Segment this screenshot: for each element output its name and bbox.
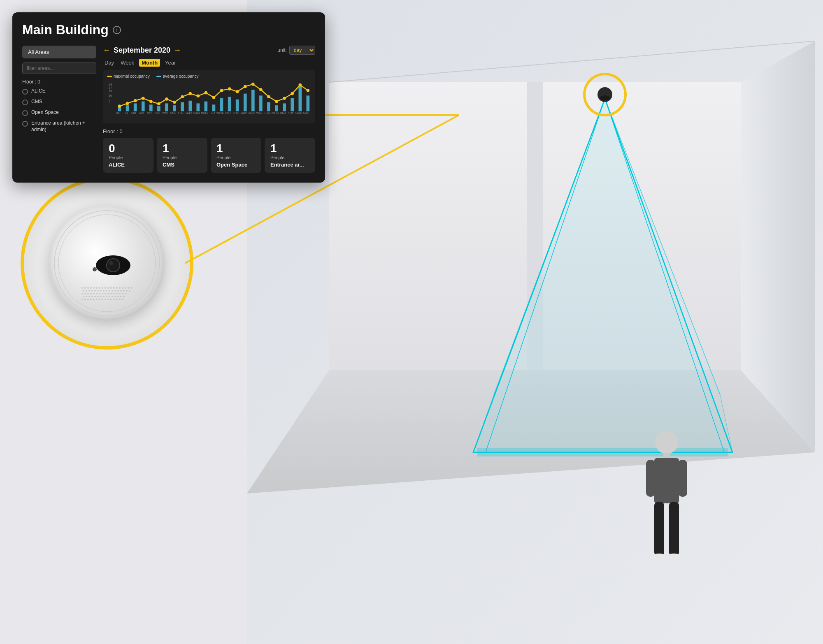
svg-point-158 <box>196 94 200 97</box>
svg-rect-144 <box>283 103 286 111</box>
cms-people: People <box>163 155 202 160</box>
svg-point-35 <box>90 287 92 289</box>
sidebar-item-alice[interactable]: ALICE <box>22 88 96 95</box>
svg-point-160 <box>212 96 216 99</box>
svg-text:Sa5: Sa5 <box>131 111 136 114</box>
svg-point-168 <box>275 100 278 103</box>
svg-point-98 <box>81 299 83 300</box>
svg-rect-140 <box>251 90 255 111</box>
openspace-name: Open Space <box>216 162 256 168</box>
tab-month[interactable]: Month <box>139 59 160 67</box>
svg-point-50 <box>83 290 84 292</box>
svg-rect-130 <box>173 105 176 111</box>
svg-text:Su13: Su13 <box>193 111 200 114</box>
svg-rect-23 <box>678 460 687 497</box>
sidebar-item-openspace[interactable]: Open Space <box>22 109 96 116</box>
svg-point-163 <box>236 90 239 93</box>
svg-point-62 <box>117 290 119 292</box>
entrance-count: 1 <box>270 143 309 154</box>
svg-point-88 <box>97 296 99 297</box>
svg-text:Th10: Th10 <box>170 111 176 114</box>
svg-point-67 <box>81 293 83 294</box>
sidebar-item-entrance[interactable]: Entrance area (kitchen + admin) <box>22 120 96 133</box>
svg-point-110 <box>116 299 118 300</box>
svg-point-79 <box>116 293 118 294</box>
tab-year[interactable]: Year <box>163 59 177 67</box>
svg-rect-20 <box>663 453 670 459</box>
svg-point-34 <box>87 287 89 289</box>
svg-point-97 <box>123 296 125 297</box>
tab-day[interactable]: Day <box>103 59 116 67</box>
svg-text:Th3: Th3 <box>116 111 121 114</box>
filter-input[interactable] <box>22 63 96 74</box>
tab-week[interactable]: Week <box>119 59 136 67</box>
svg-point-61 <box>114 290 116 292</box>
svg-text:5: 5 <box>109 100 110 103</box>
svg-point-58 <box>106 290 107 292</box>
svg-rect-147 <box>307 95 310 111</box>
area-card-alice[interactable]: 0 People ALICE <box>103 138 153 173</box>
svg-text:Sa26: Sa26 <box>295 111 302 114</box>
legend-average: average occupancy <box>163 74 199 79</box>
svg-point-104 <box>99 299 100 300</box>
svg-rect-143 <box>275 105 278 111</box>
svg-point-92 <box>109 296 110 297</box>
svg-text:Fr11: Fr11 <box>178 111 184 114</box>
nav-date: September 2020 <box>114 46 170 55</box>
svg-point-66 <box>129 290 130 292</box>
svg-point-107 <box>107 299 109 300</box>
svg-point-167 <box>267 95 270 98</box>
svg-point-155 <box>173 101 176 104</box>
area-card-cms[interactable]: 1 People CMS <box>157 138 207 173</box>
alice-name: ALICE <box>109 162 148 168</box>
svg-point-80 <box>119 293 121 294</box>
svg-point-41 <box>107 287 109 289</box>
svg-point-37 <box>96 287 98 289</box>
svg-point-93 <box>112 296 113 297</box>
svg-point-99 <box>84 299 86 300</box>
svg-rect-129 <box>165 103 168 111</box>
all-areas-button[interactable]: All Areas <box>22 46 96 58</box>
svg-point-81 <box>122 293 123 294</box>
svg-rect-128 <box>157 106 160 111</box>
svg-rect-134 <box>205 102 208 111</box>
svg-rect-131 <box>181 102 184 111</box>
svg-point-84 <box>86 296 87 297</box>
svg-point-149 <box>126 102 129 105</box>
svg-point-150 <box>134 99 137 102</box>
svg-point-96 <box>120 296 122 297</box>
svg-point-83 <box>83 296 84 297</box>
chart-container: maximal occupancy average occupancy 18 1… <box>103 70 315 123</box>
svg-point-49 <box>130 287 132 289</box>
svg-text:Su6: Su6 <box>139 111 144 114</box>
svg-point-111 <box>119 299 121 300</box>
svg-point-108 <box>110 299 112 300</box>
svg-point-32 <box>81 287 83 289</box>
area-name-cms: CMS <box>31 99 42 105</box>
svg-point-86 <box>91 296 93 297</box>
sidebar-item-cms[interactable]: CMS <box>22 99 96 105</box>
svg-point-39 <box>102 287 103 289</box>
svg-text:Fr25: Fr25 <box>288 111 294 114</box>
unit-dropdown[interactable]: day week <box>289 46 315 55</box>
svg-rect-138 <box>236 100 239 111</box>
camera-zoom-circle <box>21 177 193 350</box>
svg-text:Mo21: Mo21 <box>256 111 263 114</box>
legend-maximal: maximal occupancy <box>114 74 150 79</box>
dashboard-title: Main Building <box>22 22 109 37</box>
nav-next-arrow[interactable]: → <box>174 46 181 55</box>
svg-point-59 <box>109 290 110 292</box>
svg-rect-24 <box>654 502 664 556</box>
area-card-entrance[interactable]: 1 People Entrance ar... <box>265 138 315 173</box>
svg-point-91 <box>106 296 107 297</box>
entrance-name: Entrance ar... <box>270 162 309 168</box>
svg-point-170 <box>291 92 294 95</box>
svg-text:We9: We9 <box>162 111 168 114</box>
svg-point-151 <box>142 97 145 100</box>
svg-point-60 <box>112 290 113 292</box>
openspace-count: 1 <box>216 143 256 154</box>
nav-prev-arrow[interactable]: ← <box>103 46 110 55</box>
info-icon[interactable]: i <box>113 26 121 34</box>
svg-point-75 <box>105 293 106 294</box>
area-card-openspace[interactable]: 1 People Open Space <box>211 138 261 173</box>
